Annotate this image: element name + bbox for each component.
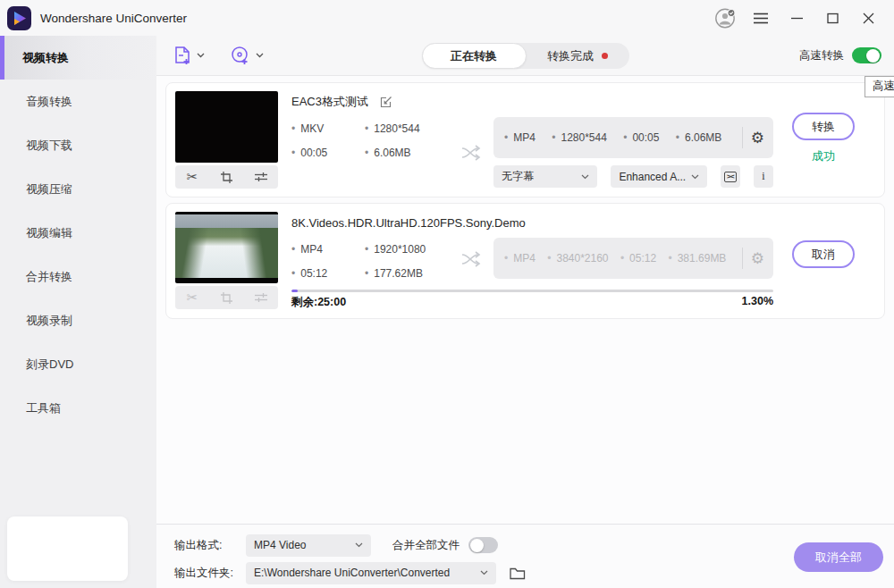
unread-badge (602, 53, 608, 59)
action-column: 转换 成功 (773, 91, 873, 189)
sidebar-item-burn-dvd[interactable]: 刻录DVD (0, 342, 156, 386)
merge-all-label: 合并全部文件 (392, 538, 460, 553)
thumbnail-column: ✂ (175, 212, 278, 310)
preview-icon[interactable]: >< (721, 165, 740, 188)
source-duration: 05:12 (291, 267, 365, 280)
sidebar: 视频转换 音频转换 视频下载 视频压缩 视频编辑 合并转换 视频录制 刻录DVD… (0, 36, 156, 588)
sidebar-item-label: 音频转换 (26, 94, 72, 110)
app-logo-icon (7, 6, 31, 30)
add-dvd-icon (230, 45, 251, 66)
menu-icon[interactable] (747, 4, 774, 31)
audio-track-select[interactable]: Enhanced A... (611, 165, 707, 188)
info-icon[interactable]: i (754, 165, 773, 188)
video-thumbnail[interactable] (175, 91, 278, 163)
output-format-label: 输出格式: (174, 538, 246, 553)
rename-icon[interactable] (379, 95, 393, 109)
trim-icon[interactable]: ✂ (181, 166, 203, 188)
maximize-button[interactable] (819, 4, 846, 31)
source-duration: 00:05 (291, 147, 365, 159)
tab-converting[interactable]: 正在转换 (422, 43, 527, 69)
output-folder-path: E:\Wondershare UniConverter\Converted (254, 567, 450, 579)
output-settings: MP4 3840*2160 05:12 381.69MB ⚙ (493, 238, 773, 279)
chevron-down-icon (581, 174, 589, 180)
close-button[interactable] (855, 4, 881, 31)
trim-icon: ✂ (181, 287, 203, 308)
target-size: 381.69MB (668, 252, 726, 265)
chevron-down-icon (691, 174, 699, 180)
settings-gear-icon: ⚙ (751, 251, 764, 266)
titlebar-controls (712, 4, 894, 31)
add-dvd-button[interactable] (230, 45, 264, 66)
task-card: ✂ EAC3格式测试 MKV 1280*544 00:05 (165, 82, 885, 197)
progress-percent: 1.30% (742, 295, 773, 310)
sidebar-item-label: 刻录DVD (26, 357, 73, 373)
source-format: MP4 (291, 243, 365, 256)
task-title: EAC3格式测试 (291, 94, 368, 110)
time-remaining: 剩余:25:00 (291, 295, 346, 310)
main-area: 正在转换 转换完成 高速转换 高速 ✂ (156, 36, 894, 588)
chevron-down-icon (197, 53, 205, 58)
target-duration: 05:12 (620, 252, 656, 265)
target-size: 6.06MB (676, 131, 722, 144)
chevron-down-icon (256, 53, 264, 58)
highspeed-toggle[interactable] (852, 47, 881, 63)
sidebar-item-label: 视频录制 (26, 313, 72, 329)
tab-label: 转换完成 (547, 48, 594, 64)
source-size: 6.06MB (365, 147, 451, 159)
sidebar-item-audio-convert[interactable]: 音频转换 (0, 80, 156, 123)
cancel-button[interactable]: 取消 (792, 240, 855, 268)
sidebar-item-video-edit[interactable]: 视频编辑 (0, 211, 156, 255)
output-format-select[interactable]: MP4 Video (246, 534, 371, 557)
convert-button[interactable]: 转换 (792, 113, 855, 140)
add-file-button[interactable] (173, 45, 205, 66)
source-info: MP4 1920*1080 05:12 177.62MB (291, 238, 451, 280)
output-bar: 输出格式: MP4 Video 合并全部文件 输出文件夹: E:\Wonders… (156, 524, 894, 588)
subtitle-select[interactable]: 无字幕 (493, 165, 597, 188)
task-card: ✂ 8K.Videos.HDR.UltraHD.120FPS.Sony.Demo… (165, 203, 885, 319)
sidebar-item-label: 合并转换 (26, 269, 72, 285)
sidebar-item-video-compress[interactable]: 视频压缩 (0, 167, 156, 211)
highspeed-tooltip: 高速 (864, 76, 894, 97)
progress-fill (291, 290, 298, 292)
sidebar-item-merge-convert[interactable]: 合并转换 (0, 255, 156, 298)
output-folder-select[interactable]: E:\Wondershare UniConverter\Converted (246, 562, 496, 584)
subtitle-select-value: 无字幕 (502, 169, 534, 184)
edit-tools: ✂ (175, 286, 278, 309)
cancel-all-button[interactable]: 取消全部 (794, 542, 883, 572)
video-thumbnail[interactable] (175, 212, 278, 283)
sidebar-item-video-convert[interactable]: 视频转换 (0, 36, 156, 80)
sidebar-item-label: 视频编辑 (26, 225, 72, 241)
source-resolution: 1920*1080 (365, 243, 451, 256)
chevron-down-icon (355, 542, 363, 548)
sidebar-item-label: 视频转换 (22, 50, 69, 66)
status-label: 成功 (812, 148, 835, 164)
minimize-button[interactable] (783, 4, 810, 31)
settings-gear-icon[interactable]: ⚙ (751, 130, 764, 146)
open-folder-icon[interactable] (506, 562, 529, 584)
tab-finished[interactable]: 转换完成 (527, 43, 629, 69)
target-duration: 00:05 (623, 131, 659, 144)
chevron-down-icon (480, 570, 488, 575)
crop-icon[interactable] (215, 166, 237, 188)
divider (742, 127, 743, 148)
highspeed-label: 高速转换 (799, 48, 844, 63)
target-resolution: 3840*2160 (547, 252, 608, 265)
app-title: Wondershare UniConverter (40, 12, 187, 25)
info-glyph: i (762, 170, 764, 183)
merge-all-toggle[interactable] (468, 537, 498, 553)
sidebar-item-label: 视频下载 (26, 138, 72, 154)
convert-arrow-icon (451, 238, 493, 280)
source-info: MKV 1280*544 00:05 6.06MB (291, 117, 451, 188)
task-list: ✂ EAC3格式测试 MKV 1280*544 00:05 (156, 76, 894, 524)
account-avatar[interactable] (712, 4, 738, 31)
output-folder-label: 输出文件夹: (174, 566, 246, 581)
edit-tools: ✂ (175, 165, 278, 189)
sidebar-item-label: 工具箱 (26, 400, 61, 416)
output-settings: MP4 1280*544 00:05 6.06MB ⚙ (493, 117, 773, 158)
sidebar-item-video-download[interactable]: 视频下载 (0, 123, 156, 167)
sidebar-item-screen-record[interactable]: 视频录制 (0, 298, 156, 342)
preview-glyph: >< (724, 172, 737, 182)
sidebar-item-toolbox[interactable]: 工具箱 (0, 386, 156, 430)
effects-icon[interactable] (250, 166, 272, 188)
crop-icon (215, 287, 237, 308)
